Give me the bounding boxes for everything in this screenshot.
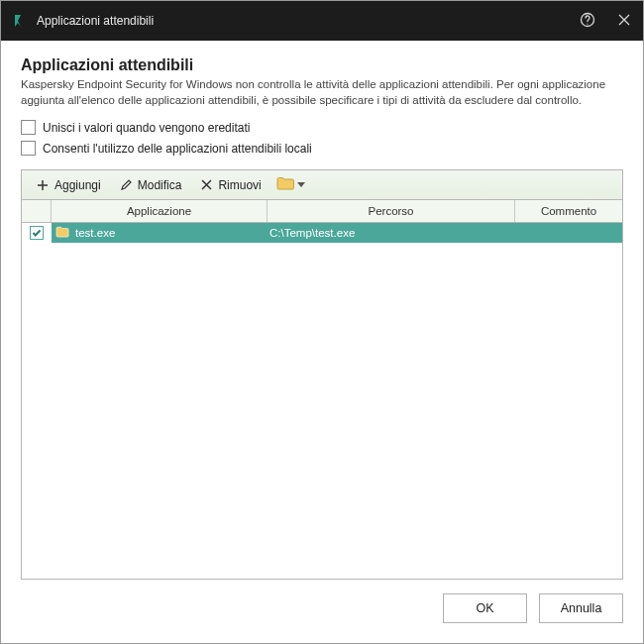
edit-button[interactable]: Modifica <box>111 175 190 195</box>
chevron-down-icon <box>297 182 305 187</box>
window-title: Applicazioni attendibili <box>37 14 154 28</box>
file-icon <box>55 226 69 240</box>
checkbox-icon <box>21 141 36 156</box>
page-description: Kaspersky Endpoint Security for Windows … <box>21 77 623 108</box>
allow-local-trusted-label: Consenti l'utilizzo delle applicazioni a… <box>43 142 312 156</box>
pencil-icon <box>119 178 133 192</box>
column-path[interactable]: Percorso <box>268 200 515 222</box>
merge-values-checkbox[interactable]: Unisci i valori quando vengono ereditati <box>21 120 623 135</box>
cancel-button[interactable]: Annulla <box>539 593 623 623</box>
checkbox-icon <box>21 120 36 135</box>
help-icon[interactable] <box>580 12 595 31</box>
app-logo-icon <box>11 13 27 29</box>
x-icon <box>199 178 213 192</box>
allow-local-trusted-checkbox[interactable]: Consenti l'utilizzo delle applicazioni a… <box>21 141 623 156</box>
close-icon[interactable] <box>617 13 631 30</box>
column-application[interactable]: Applicazione <box>52 200 268 222</box>
add-label: Aggiungi <box>54 178 101 192</box>
remove-button[interactable]: Rimuovi <box>191 175 268 195</box>
column-comment[interactable]: Commento <box>515 200 622 222</box>
remove-label: Rimuovi <box>218 178 261 192</box>
svg-point-1 <box>587 23 588 24</box>
folder-icon <box>276 176 294 194</box>
import-export-button[interactable] <box>271 173 310 197</box>
edit-label: Modifica <box>138 178 182 192</box>
table-row[interactable]: test.exe C:\Temp\test.exe <box>22 223 622 243</box>
ok-button[interactable]: OK <box>443 593 527 623</box>
plus-icon <box>36 178 50 192</box>
row-app-name: test.exe <box>75 227 115 239</box>
page-heading: Applicazioni attendibili <box>21 56 623 74</box>
column-checkbox[interactable] <box>22 200 52 222</box>
row-checkbox[interactable] <box>30 226 44 240</box>
row-path: C:\Temp\test.exe <box>268 227 515 239</box>
merge-values-label: Unisci i valori quando vengono ereditati <box>43 121 250 135</box>
add-button[interactable]: Aggiungi <box>28 175 109 195</box>
